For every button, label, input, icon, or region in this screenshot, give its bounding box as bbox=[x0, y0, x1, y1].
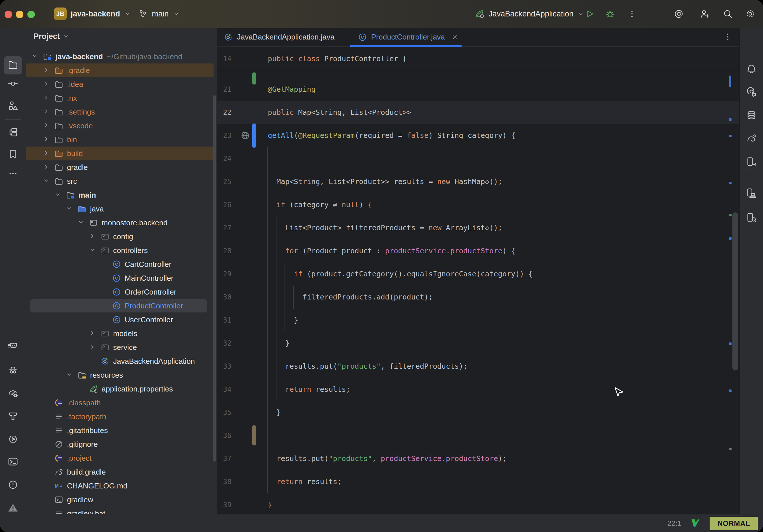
project-tree-scrollbar[interactable] bbox=[213, 95, 216, 462]
chevron-right-icon[interactable] bbox=[89, 343, 96, 351]
tab-options-kebab-icon[interactable] bbox=[722, 32, 733, 42]
tree-item-controllers[interactable]: controllers bbox=[26, 244, 214, 257]
tool-window-button-copilot[interactable] bbox=[4, 338, 22, 356]
tree-item-monostore-backend[interactable]: monostore.backend bbox=[26, 216, 214, 230]
code-editor[interactable]: 14 public class ProductController { 21@G… bbox=[217, 47, 739, 514]
run-configuration-widget[interactable]: JavaBackendApplication bbox=[475, 0, 584, 28]
tree-item-main[interactable]: main bbox=[26, 188, 214, 202]
tool-window-button-running-devices[interactable] bbox=[742, 184, 761, 203]
chevron-right-icon[interactable] bbox=[43, 66, 50, 74]
tree-item--factorypath[interactable]: .factorypath bbox=[26, 410, 214, 424]
tree-item-maincontroller[interactable]: CMainController bbox=[26, 271, 214, 285]
chevron-down-icon[interactable] bbox=[66, 371, 73, 379]
tree-item-bin[interactable]: bin bbox=[26, 133, 214, 147]
tool-window-button-device-explorer[interactable] bbox=[742, 209, 761, 227]
tree-item-productcontroller[interactable]: CProductController bbox=[26, 299, 214, 313]
svg-text:C: C bbox=[115, 275, 118, 280]
tree-item-gradlew[interactable]: gradlew bbox=[26, 493, 214, 507]
tree-item--project[interactable]: .project bbox=[26, 451, 214, 465]
tree-item-src[interactable]: src bbox=[26, 174, 214, 188]
debug-button[interactable] bbox=[604, 8, 616, 20]
caret-position[interactable]: 22:1 bbox=[668, 519, 682, 528]
project-widget[interactable]: JB java-backend bbox=[54, 0, 131, 28]
branch-widget[interactable]: main bbox=[138, 0, 180, 28]
tree-item-config[interactable]: config bbox=[26, 230, 214, 244]
tool-window-button-database[interactable] bbox=[742, 106, 761, 125]
chevron-down-icon[interactable] bbox=[77, 219, 84, 227]
tab-javabackendapplication[interactable]: JavaBackendApplication.java bbox=[224, 28, 334, 47]
code-with-me-button[interactable] bbox=[698, 8, 711, 20]
tree-item--gitattributes[interactable]: .gitattributes bbox=[26, 424, 214, 437]
chevron-right-icon[interactable] bbox=[43, 122, 50, 130]
chevron-right-icon[interactable] bbox=[43, 94, 50, 102]
tree-item-build[interactable]: build bbox=[26, 147, 214, 160]
project-panel-header[interactable]: Project bbox=[34, 30, 69, 43]
tool-window-button-structure[interactable] bbox=[4, 97, 22, 115]
tool-window-button-profiler[interactable] bbox=[4, 384, 22, 403]
close-window-button[interactable] bbox=[5, 11, 12, 18]
tree-item--classpath[interactable]: .classpath bbox=[26, 396, 214, 410]
tree-item--gradle[interactable]: .gradle bbox=[26, 63, 214, 77]
more-run-options-button[interactable] bbox=[626, 8, 638, 20]
tool-window-button-ai-assistant[interactable] bbox=[742, 83, 761, 102]
tree-item--settings[interactable]: .settings bbox=[26, 105, 214, 119]
chevron-down-icon[interactable] bbox=[89, 246, 96, 255]
tree-item--idea[interactable]: .idea bbox=[26, 77, 214, 91]
tool-window-button-services[interactable] bbox=[4, 430, 22, 449]
indent-guide bbox=[276, 216, 276, 401]
tree-item-cartcontroller[interactable]: CCartController bbox=[26, 257, 214, 271]
tree-item-ordercontroller[interactable]: COrderController bbox=[26, 285, 214, 299]
endpoint-globe-icon[interactable] bbox=[240, 130, 251, 141]
tool-window-button-gradle[interactable] bbox=[742, 130, 761, 148]
chevron-down-icon[interactable] bbox=[31, 53, 38, 60]
tree-item-java[interactable]: java bbox=[26, 202, 214, 216]
tree-item-usercontroller[interactable]: CUserController bbox=[26, 313, 214, 327]
tree-item-service[interactable]: service bbox=[26, 341, 214, 354]
tool-window-button-ui-components[interactable] bbox=[4, 124, 22, 142]
tool-window-button-project[interactable] bbox=[4, 56, 22, 74]
tree-item-gradle[interactable]: gradle bbox=[26, 160, 214, 174]
chevron-down-icon[interactable] bbox=[54, 191, 61, 199]
chevron-right-icon[interactable] bbox=[43, 136, 50, 144]
tree-item-gradlew-bat[interactable]: gradlew.bat bbox=[26, 507, 214, 514]
minimize-window-button[interactable] bbox=[16, 11, 23, 18]
tool-window-button-terminal[interactable] bbox=[4, 453, 22, 472]
chevron-down-icon[interactable] bbox=[43, 177, 50, 185]
tool-window-button-bookmarks[interactable] bbox=[4, 146, 22, 164]
tree-item--gitignore[interactable]: .gitignore bbox=[26, 437, 214, 451]
editor-scrollbar[interactable] bbox=[732, 212, 738, 371]
chevron-right-icon[interactable] bbox=[43, 80, 50, 88]
chevron-right-icon[interactable] bbox=[43, 150, 50, 158]
tree-item-label: config bbox=[113, 232, 133, 241]
ai-assistant-button[interactable] bbox=[672, 8, 685, 20]
vim-mode-badge[interactable]: NORMAL bbox=[709, 517, 758, 530]
tool-window-button-incognito[interactable] bbox=[4, 361, 22, 379]
tree-item-build-gradle[interactable]: build.gradle bbox=[26, 465, 214, 479]
run-button[interactable] bbox=[584, 8, 596, 20]
chevron-right-icon[interactable] bbox=[43, 108, 50, 116]
search-everywhere-button[interactable] bbox=[721, 8, 734, 20]
tree-item--vscode[interactable]: .vscode bbox=[26, 119, 214, 133]
settings-button[interactable] bbox=[744, 8, 757, 20]
zoom-window-button[interactable] bbox=[27, 11, 35, 18]
tree-item--nx[interactable]: .nx bbox=[26, 91, 214, 105]
chevron-right-icon[interactable] bbox=[43, 163, 50, 171]
tool-window-button-commit[interactable] bbox=[4, 75, 22, 93]
tool-window-button-problems[interactable] bbox=[4, 476, 22, 494]
tool-window-button-build[interactable] bbox=[4, 407, 22, 426]
tree-item-application-properties[interactable]: application.properties bbox=[26, 382, 214, 396]
tool-window-button-notifications[interactable] bbox=[742, 60, 761, 79]
tree-item-resources[interactable]: resources bbox=[26, 368, 214, 382]
chevron-right-icon[interactable] bbox=[89, 233, 96, 241]
tree-item-models[interactable]: models bbox=[26, 327, 214, 341]
tool-window-button-more-tool-windows[interactable] bbox=[4, 165, 22, 183]
ideavim-icon[interactable] bbox=[690, 518, 701, 529]
close-icon[interactable] bbox=[451, 33, 459, 41]
chevron-right-icon[interactable] bbox=[89, 330, 96, 338]
tab-productcontroller[interactable]: C ProductController.java bbox=[358, 28, 459, 47]
tool-window-button-device-manager[interactable] bbox=[742, 153, 761, 172]
tree-item-javabackendapplication[interactable]: JavaBackendApplication bbox=[26, 354, 214, 368]
tree-item-java-backend[interactable]: java-backend~/Github/java-backend bbox=[26, 50, 214, 63]
chevron-down-icon[interactable] bbox=[66, 205, 73, 213]
tree-item-changelog-md[interactable]: MCHANGELOG.md bbox=[26, 479, 214, 493]
